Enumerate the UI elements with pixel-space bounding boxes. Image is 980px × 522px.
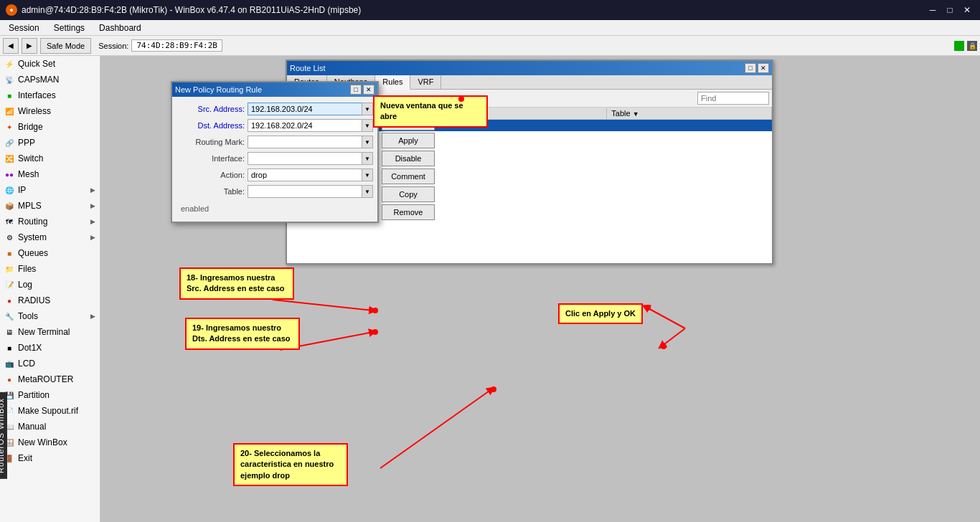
copy-button[interactable]: Copy	[382, 186, 435, 202]
interface-label: Interface:	[176, 154, 245, 163]
action-input[interactable]	[248, 169, 362, 181]
form-row-interface: Interface: ▼	[176, 152, 373, 165]
table-dropdown-btn[interactable]: ▼	[362, 185, 373, 198]
close-button[interactable]: ✕	[960, 3, 974, 17]
dst-address-dropdown-btn[interactable]: ▼	[362, 119, 373, 132]
interface-dropdown-btn[interactable]: ▼	[362, 152, 373, 165]
safe-mode-button[interactable]: Safe Mode	[40, 38, 91, 54]
sidebar-item-ip[interactable]: 🌐 IP ▶	[0, 182, 100, 198]
sidebar-item-exit[interactable]: 🚪 Exit	[0, 450, 100, 466]
sidebar-item-mesh[interactable]: ●● Mesh	[0, 166, 100, 182]
sidebar-item-switch[interactable]: 🔀 Switch	[0, 151, 100, 166]
annotation-dst-address: 19- Ingresamos nuestro Dts. Address en e…	[185, 318, 300, 350]
sidebar-item-terminal[interactable]: 🖥 New Terminal	[0, 324, 100, 340]
switch-icon: 🔀	[4, 153, 14, 163]
action-dropdown-btn[interactable]: ▼	[362, 169, 373, 181]
action-label: Action:	[176, 171, 245, 179]
disable-button[interactable]: Disable	[382, 151, 435, 166]
sidebar-item-radius[interactable]: ● RADIUS	[0, 293, 100, 308]
sidebar-item-lcd[interactable]: 📺 LCD	[0, 356, 100, 371]
remove-button[interactable]: Remove	[382, 204, 435, 220]
routing-mark-input[interactable]	[248, 136, 362, 148]
routing-icon: 🗺	[4, 217, 14, 227]
policy-dialog-maximize-btn[interactable]: □	[350, 85, 362, 95]
route-list-maximize-btn[interactable]: □	[745, 63, 756, 73]
th-table: Table ▼	[607, 108, 772, 119]
mesh-icon: ●●	[4, 169, 14, 179]
bridge-icon: ✦	[4, 122, 14, 132]
sidebar-label-bridge: Bridge	[18, 122, 43, 132]
interface-input[interactable]	[248, 152, 362, 165]
comment-button[interactable]: Comment	[382, 169, 435, 184]
title-bar: ● admin@74:4D:28:B9:F4:2B (MikroTik) - W…	[0, 0, 980, 20]
sidebar-item-wireless[interactable]: 📶 Wireless	[0, 103, 100, 119]
sidebar-item-bridge[interactable]: ✦ Bridge	[0, 119, 100, 135]
sidebar-item-tools[interactable]: 🔧 Tools ▶	[0, 308, 100, 324]
src-address-dropdown-btn[interactable]: ▼	[362, 103, 373, 115]
find-input[interactable]	[697, 92, 769, 105]
route-list-close-btn[interactable]: ✕	[758, 63, 769, 73]
annotation-text-4: 20- Seleccionamos la caracteristica en n…	[240, 449, 334, 480]
sidebar-label-queues: Queues	[18, 248, 48, 258]
sidebar-item-dot1x[interactable]: ■ Dot1X	[0, 340, 100, 356]
sidebar-item-mpls[interactable]: 📦 MPLS ▶	[0, 198, 100, 214]
sidebar-label-log: Log	[18, 280, 32, 290]
src-address-combo: ▼	[248, 103, 373, 115]
lock-indicator: 🔒	[967, 41, 977, 51]
table-input[interactable]	[248, 185, 362, 198]
sidebar-item-metarouter[interactable]: ● MetaROUTER	[0, 371, 100, 387]
dot-src-address	[372, 308, 378, 313]
sidebar-label-newwinbox: New WinBox	[18, 437, 67, 447]
sidebar-label-tools: Tools	[18, 311, 38, 321]
routing-mark-combo: ▼	[248, 136, 373, 148]
sidebar-item-capsman[interactable]: 📡 CAPsMAN	[0, 72, 100, 87]
app-icon: ●	[6, 4, 17, 16]
forward-button[interactable]: ▶	[22, 38, 37, 54]
menu-settings[interactable]: Settings	[48, 22, 90, 34]
dst-address-combo: ▼	[248, 119, 373, 132]
annotation-text-3: 19- Ingresamos nuestro Dts. Address en e…	[192, 323, 291, 343]
interface-combo: ▼	[248, 152, 373, 165]
table-combo: ▼	[248, 185, 373, 198]
main-area: ⚡ Quick Set 📡 CAPsMAN ■ Interfaces 📶 Wir…	[0, 56, 980, 522]
svg-line-2	[273, 300, 373, 310]
sidebar-item-interfaces[interactable]: ■ Interfaces	[0, 87, 100, 103]
sidebar-item-files[interactable]: 📁 Files	[0, 261, 100, 277]
sidebar-item-ppp[interactable]: 🔗 PPP	[0, 135, 100, 151]
sidebar-label-routing: Routing	[18, 217, 47, 227]
sidebar-label-quickset: Quick Set	[18, 59, 55, 69]
policy-dialog-title: New Policy Routing Rule	[175, 85, 262, 94]
maximize-button[interactable]: □	[943, 3, 957, 17]
sidebar-item-quickset[interactable]: ⚡ Quick Set	[0, 56, 100, 72]
apply-button[interactable]: Apply	[382, 133, 435, 148]
radius-icon: ●	[4, 295, 14, 305]
mpls-icon: 📦	[4, 201, 14, 211]
tools-icon: 🔧	[4, 311, 14, 321]
tab-vrf[interactable]: VRF	[410, 75, 441, 89]
annotation-text-1: Nueva ventana que se abre	[380, 101, 463, 120]
menu-session[interactable]: Session	[3, 22, 45, 34]
minimize-button[interactable]: ─	[925, 3, 940, 17]
sidebar-item-routing[interactable]: 🗺 Routing ▶	[0, 214, 100, 229]
sidebar-item-log[interactable]: 📝 Log	[0, 277, 100, 293]
policy-dialog-close-btn[interactable]: ✕	[363, 85, 374, 95]
sidebar-item-queues[interactable]: ■ Queues	[0, 245, 100, 261]
dot-ok	[645, 305, 651, 310]
sidebar-item-supout[interactable]: 📄 Make Supout.rif	[0, 403, 100, 419]
menu-dashboard[interactable]: Dashboard	[93, 22, 147, 34]
sidebar-item-partition[interactable]: 💾 Partition	[0, 387, 100, 403]
menu-bar: Session Settings Dashboard	[0, 20, 980, 36]
table-col-dropdown-icon[interactable]: ▼	[633, 110, 639, 118]
tab-rules[interactable]: Rules	[375, 75, 410, 90]
table-label: Table:	[176, 187, 245, 196]
sidebar-item-newwinbox[interactable]: 🪟 New WinBox	[0, 435, 100, 450]
dst-address-input[interactable]	[248, 119, 362, 132]
sidebar-item-manual[interactable]: 📖 Manual	[0, 419, 100, 435]
back-button[interactable]: ◀	[3, 38, 19, 54]
src-address-input[interactable]	[248, 103, 362, 115]
routing-mark-dropdown-btn[interactable]: ▼	[362, 136, 373, 148]
quickset-icon: ⚡	[4, 59, 14, 69]
sidebar-item-system[interactable]: ⚙ System ▶	[0, 229, 100, 245]
dot-apply	[661, 343, 666, 349]
annotation-text-5: Clic en Apply y OK	[565, 309, 636, 318]
